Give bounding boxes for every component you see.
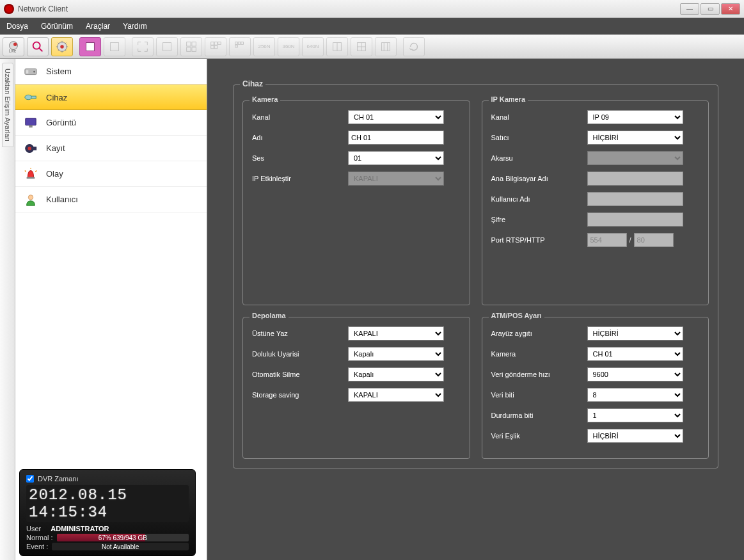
menu-tools[interactable]: Araçlar [86, 22, 110, 31]
ipkanal-label: Kanal [491, 113, 587, 121]
silme-select[interactable]: Kapalı [348, 367, 444, 381]
menu-file[interactable]: Dosya [6, 22, 28, 31]
display-icon [23, 116, 38, 129]
storage-bar: 67% 639/943 GB [57, 534, 189, 541]
svg-rect-8 [111, 42, 119, 51]
svg-rect-9 [163, 42, 171, 51]
svg-rect-35 [31, 96, 36, 99]
dur-select[interactable]: 1 [587, 408, 683, 422]
ses-select[interactable]: 01 [348, 151, 444, 165]
ipuser-label: Kullanıcı Adı [491, 195, 587, 203]
grid-256-button: 256N [253, 37, 275, 56]
svg-rect-7 [86, 42, 95, 51]
svg-point-42 [28, 195, 33, 199]
dvr-time-checkbox[interactable] [26, 475, 34, 483]
device-icon [23, 91, 38, 104]
pass-label: Şifre [491, 216, 587, 223]
atm-legend: ATM/POS Ayarı [489, 312, 544, 319]
svg-rect-36 [26, 118, 36, 125]
silme-label: Otomatik Silme [252, 371, 348, 378]
app-logo-icon [4, 4, 14, 14]
menu-help[interactable]: Yardım [123, 22, 147, 31]
ustune-select[interactable]: KAPALI [348, 326, 444, 340]
saving-select[interactable]: KAPALI [348, 388, 444, 402]
vtab-remote-settings[interactable]: Uzaktan Erişim Ayarları [2, 63, 13, 147]
saving-label: Storage saving [252, 391, 348, 399]
toolbar: Live 256N 360N 640N [0, 35, 744, 59]
svg-rect-40 [33, 147, 36, 150]
ip-label: IP Etkinleştir [252, 175, 348, 182]
grid-2-button [180, 37, 202, 56]
normal-label: Normal : [26, 534, 53, 541]
close-button[interactable]: ✕ [721, 3, 740, 15]
storage-value: 67% 639/943 GB [99, 534, 147, 541]
event-value: Not Available [102, 543, 139, 550]
kamera-fieldset: Kamera KanalCH 01 Adı Ses01 IP Etkinleşt… [242, 100, 470, 305]
fullscreen-button [132, 37, 154, 56]
akarsu-label: Akarsu [491, 154, 587, 162]
ses-label: Ses [252, 154, 348, 162]
nav-olay[interactable]: Olay [15, 161, 207, 187]
settings-button[interactable] [51, 37, 73, 56]
hiz-label: Veri gönderme hızı [491, 371, 587, 378]
atm-kamera-select[interactable]: CH 01 [587, 347, 683, 361]
minimize-button[interactable]: — [680, 3, 699, 15]
svg-rect-16 [218, 42, 221, 44]
pass-input [587, 212, 683, 227]
host-label: Ana Bilgisayar Adı [491, 175, 587, 182]
atm-fieldset: ATM/POS Ayarı Arayüz aygıtıHİÇBİRİ Kamer… [482, 317, 709, 459]
svg-rect-41 [27, 177, 35, 179]
svg-rect-14 [211, 42, 214, 45]
system-icon [23, 65, 38, 78]
svg-point-1 [13, 42, 17, 46]
svg-rect-32 [26, 70, 29, 74]
satici-select[interactable]: HİÇBİRİ [587, 131, 683, 145]
event-bar: Not Available [52, 543, 189, 550]
ipuser-input [587, 192, 683, 206]
refresh-button [403, 37, 425, 56]
ipkamera-legend: IP Kamera [489, 95, 528, 103]
ip-select: KAPALI [348, 172, 444, 186]
svg-rect-10 [187, 42, 191, 45]
sidebar: Sistem Cihaz Görüntü Kayıt Olay [15, 59, 207, 560]
nav-label: Kullanıcı [46, 195, 78, 204]
satici-label: Satıcı [491, 134, 587, 141]
svg-text:Live: Live [9, 49, 17, 53]
svg-line-4 [39, 47, 43, 51]
biti-label: Veri biti [491, 391, 587, 399]
status-box: DVR Zamanı 2012.08.15 14:15:34 User ADMI… [19, 469, 196, 556]
svg-point-6 [60, 45, 64, 49]
kanal-select[interactable]: CH 01 [348, 110, 444, 124]
doluluk-select[interactable]: Kapalı [348, 347, 444, 361]
svg-point-34 [25, 95, 32, 99]
kanal-label: Kanal [252, 113, 348, 121]
grid-6-button [351, 37, 372, 56]
nav-sistem[interactable]: Sistem [15, 59, 207, 84]
svg-rect-11 [192, 42, 196, 45]
nav-kullanici[interactable]: Kullanıcı [15, 187, 207, 212]
maximize-button[interactable]: ▭ [700, 3, 720, 15]
host-input [587, 172, 683, 186]
live-button[interactable]: Live [3, 37, 24, 56]
ipkanal-select[interactable]: IP 09 [587, 110, 683, 124]
ipkamera-fieldset: IP Kamera KanalIP 09 SatıcıHİÇBİRİ Akars… [482, 100, 709, 305]
hiz-select[interactable]: 9600 [587, 367, 683, 381]
svg-rect-17 [211, 45, 214, 49]
nav-goruntu[interactable]: Görüntü [15, 110, 207, 136]
arayuz-select[interactable]: HİÇBİRİ [587, 326, 683, 340]
adi-input[interactable] [348, 131, 444, 145]
menu-view[interactable]: Görünüm [41, 22, 73, 31]
layout-1-button[interactable] [79, 37, 101, 56]
grid-5-button [326, 37, 348, 56]
svg-rect-15 [214, 42, 218, 45]
nav-cihaz[interactable]: Cihaz [15, 84, 207, 110]
eslik-select[interactable]: HİÇBİRİ [587, 429, 683, 443]
port-sep: / [629, 236, 631, 244]
nav-kayit[interactable]: Kayıt [15, 136, 207, 161]
biti-select[interactable]: 8 [587, 388, 683, 402]
depolama-legend: Depolama [249, 312, 289, 319]
app-window: Network Client — ▭ ✕ Dosya Görünüm Araçl… [0, 0, 744, 560]
akarsu-select [587, 151, 683, 165]
search-button[interactable] [27, 37, 49, 56]
doluluk-label: Doluluk Uyarisi [252, 350, 348, 358]
